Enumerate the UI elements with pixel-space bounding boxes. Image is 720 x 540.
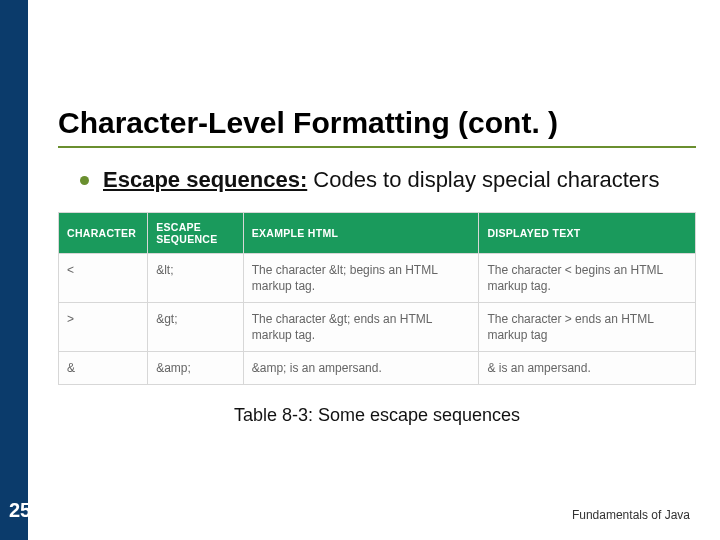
cell-example: The character &gt; ends an HTML markup t… — [243, 302, 479, 351]
bullet-rest: Codes to display special characters — [307, 167, 659, 192]
cell-seq: &gt; — [148, 302, 244, 351]
cell-char: > — [59, 302, 148, 351]
cell-example: &amp; is an ampersand. — [243, 352, 479, 385]
bullet-lead: Escape sequences: — [103, 167, 307, 192]
cell-example: The character &lt; begins an HTML markup… — [243, 253, 479, 302]
escape-table: CHARACTER ESCAPE SEQUENCE EXAMPLE HTML D… — [58, 212, 696, 386]
cell-display: & is an ampersand. — [479, 352, 696, 385]
bullet-item: Escape sequences: Codes to display speci… — [58, 166, 696, 194]
table-caption: Table 8-3: Some escape sequences — [58, 405, 696, 426]
slide-title: Character-Level Formatting (cont. ) — [58, 106, 696, 140]
accent-bar — [0, 0, 28, 540]
table-row: & &amp; &amp; is an ampersand. & is an a… — [59, 352, 696, 385]
bullet-dot-icon — [80, 176, 89, 185]
th-displayed-text: DISPLAYED TEXT — [479, 212, 696, 253]
content-area: Character-Level Formatting (cont. ) Esca… — [58, 106, 696, 426]
th-escape-sequence: ESCAPE SEQUENCE — [148, 212, 244, 253]
cell-display: The character < begins an HTML markup ta… — [479, 253, 696, 302]
cell-seq: &lt; — [148, 253, 244, 302]
cell-seq: &amp; — [148, 352, 244, 385]
table-header-row: CHARACTER ESCAPE SEQUENCE EXAMPLE HTML D… — [59, 212, 696, 253]
title-rule — [58, 146, 696, 148]
th-character: CHARACTER — [59, 212, 148, 253]
cell-display: The character > ends an HTML markup tag — [479, 302, 696, 351]
table-row: < &lt; The character &lt; begins an HTML… — [59, 253, 696, 302]
cell-char: & — [59, 352, 148, 385]
page-number: 25 — [0, 499, 40, 522]
footer-text: Fundamentals of Java — [572, 508, 690, 522]
cell-char: < — [59, 253, 148, 302]
bullet-text: Escape sequences: Codes to display speci… — [103, 166, 659, 194]
th-example-html: EXAMPLE HTML — [243, 212, 479, 253]
slide: Character-Level Formatting (cont. ) Esca… — [0, 0, 720, 540]
table-row: > &gt; The character &gt; ends an HTML m… — [59, 302, 696, 351]
